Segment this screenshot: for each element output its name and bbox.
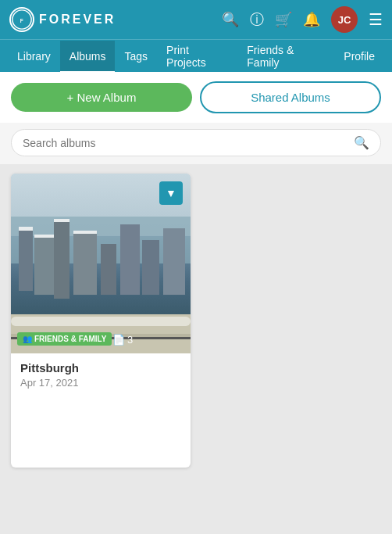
cart-icon[interactable]: 🛒 bbox=[275, 11, 292, 28]
nav-item-print-projects[interactable]: Print Projects bbox=[157, 41, 237, 73]
building-7 bbox=[142, 240, 159, 295]
nav-icons: 🔍 ⓘ 🛒 🔔 JC ☰ bbox=[222, 6, 383, 33]
album-dropdown-button[interactable]: ▼ bbox=[159, 181, 183, 205]
top-nav: F FOREVER 🔍 ⓘ 🛒 🔔 JC ☰ bbox=[0, 0, 392, 39]
building-3 bbox=[54, 220, 69, 299]
snow-2 bbox=[34, 235, 54, 238]
search-bar: 🔍 bbox=[0, 123, 392, 164]
album-info: Pittsburgh Apr 17, 2021 bbox=[11, 353, 191, 396]
friends-family-badge: 👥 Friends & Family bbox=[17, 332, 112, 346]
svg-text:F: F bbox=[20, 18, 23, 23]
file-count: 📄 3 bbox=[112, 334, 133, 346]
nav-item-tags[interactable]: Tags bbox=[115, 41, 157, 73]
nav-item-albums[interactable]: Albums bbox=[60, 41, 116, 73]
nav-item-profile[interactable]: Profile bbox=[334, 41, 384, 73]
new-album-button[interactable]: + New Album bbox=[11, 83, 192, 112]
secondary-nav: Library Albums Tags Print Projects Frien… bbox=[0, 39, 392, 72]
building-1 bbox=[19, 228, 33, 291]
album-card[interactable]: ▼ 👥 Friends & Family 📄 3 Pittsburgh Apr … bbox=[11, 174, 191, 468]
avatar[interactable]: JC bbox=[331, 6, 358, 33]
album-thumbnail: ▼ 👥 Friends & Family 📄 3 bbox=[11, 174, 191, 353]
nav-item-library[interactable]: Library bbox=[8, 41, 60, 73]
notification-icon[interactable]: 🔔 bbox=[303, 11, 320, 28]
album-grid: ▼ 👥 Friends & Family 📄 3 Pittsburgh Apr … bbox=[0, 164, 392, 477]
brand-name: FOREVER bbox=[39, 13, 116, 27]
search-input[interactable] bbox=[23, 137, 354, 149]
search-icon[interactable]: 🔍 bbox=[222, 11, 239, 28]
action-bar: + New Album Shared Albums bbox=[0, 72, 392, 123]
logo-icon: F bbox=[9, 7, 34, 32]
building-5 bbox=[101, 244, 116, 295]
building-8 bbox=[163, 228, 185, 295]
chevron-down-icon: ▼ bbox=[166, 187, 176, 199]
building-2 bbox=[34, 236, 54, 295]
building-6 bbox=[120, 224, 140, 295]
help-icon[interactable]: ⓘ bbox=[250, 10, 264, 29]
search-icon: 🔍 bbox=[354, 135, 369, 150]
file-icon: 📄 bbox=[112, 334, 125, 346]
snow-3 bbox=[54, 219, 69, 222]
snow-4 bbox=[73, 231, 97, 234]
shared-albums-button[interactable]: Shared Albums bbox=[200, 81, 381, 113]
album-date: Apr 17, 2021 bbox=[20, 377, 181, 389]
search-wrapper: 🔍 bbox=[11, 129, 381, 156]
snow-ground bbox=[11, 317, 191, 326]
badge-icon: 👥 bbox=[23, 335, 32, 343]
nav-item-friends-family[interactable]: Friends & Family bbox=[237, 41, 334, 73]
logo: F FOREVER bbox=[9, 7, 116, 32]
album-title: Pittsburgh bbox=[20, 361, 181, 375]
hamburger-icon[interactable]: ☰ bbox=[369, 10, 383, 29]
building-4 bbox=[73, 232, 97, 295]
snow-1 bbox=[19, 227, 33, 231]
